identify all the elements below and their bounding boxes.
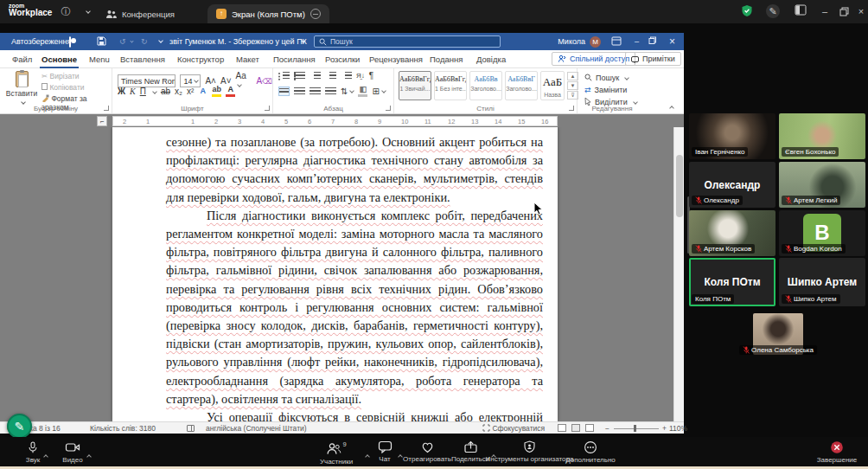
save-button[interactable] xyxy=(97,33,106,50)
chevron-down-icon[interactable] xyxy=(80,4,93,18)
autosave-toggle[interactable] xyxy=(69,36,71,48)
close-window-icon[interactable]: × xyxy=(854,4,868,18)
proofing-icon[interactable] xyxy=(187,422,195,434)
participant-tile-yevhen[interactable]: Євген Бохонько xyxy=(779,113,865,159)
paragraph-marks-icon[interactable]: ¶ xyxy=(369,71,373,80)
zoom-in-button[interactable]: + xyxy=(662,422,667,434)
grow-font-button[interactable]: A˄ xyxy=(205,76,216,86)
info-icon[interactable]: ⓘ xyxy=(59,4,73,18)
tab-home[interactable]: Основне xyxy=(41,50,77,68)
maximize-window-icon[interactable] xyxy=(837,6,851,20)
web-layout-icon[interactable] xyxy=(585,424,594,432)
annotation-pencil-button[interactable]: ✎ xyxy=(7,414,32,439)
style-heading2[interactable]: АаБбВвГ Заголово... xyxy=(505,71,538,100)
participant-tile-ivan[interactable]: Іван Герніченко xyxy=(689,113,775,159)
tab-help[interactable]: Довідка xyxy=(476,50,506,68)
security-shield-icon[interactable] xyxy=(740,4,754,18)
tab-shared-screen[interactable]: ↑ Экран (Коля ПОтм) xyxy=(207,4,329,23)
tab-references[interactable]: Посилання xyxy=(273,50,316,68)
audio-options-chevron-icon[interactable] xyxy=(41,446,48,461)
font-color-button[interactable]: А xyxy=(226,86,235,97)
tab-layout[interactable]: Макет xyxy=(236,50,259,68)
participant-tile-bogdan[interactable]: B Bogdan Kordon xyxy=(779,210,865,256)
increase-indent-icon[interactable] xyxy=(341,71,352,80)
replace-button[interactable]: ⇄ Замінити xyxy=(584,84,627,95)
video-options-chevron-icon[interactable] xyxy=(85,446,91,461)
superscript-button[interactable]: x² xyxy=(187,87,194,96)
tab-file[interactable]: Файл xyxy=(12,50,32,68)
align-justify-icon[interactable] xyxy=(325,87,336,96)
align-right-icon[interactable] xyxy=(310,87,321,96)
line-spacing-icon[interactable]: ⇅ xyxy=(341,87,354,96)
strikethrough-button[interactable]: ab xyxy=(161,87,170,96)
tab-menu[interactable]: Menu xyxy=(89,50,110,68)
tab-view[interactable]: Подання xyxy=(430,50,463,68)
multilevel-list-icon[interactable] xyxy=(310,71,321,80)
focus-mode-button[interactable]: Сфокусуватися xyxy=(482,422,545,434)
styles-dialog-launcher-icon[interactable] xyxy=(569,106,574,111)
ribbon-display-options-icon[interactable] xyxy=(611,33,622,50)
participant-tile-artem-korskov[interactable]: Артем Корсков xyxy=(689,210,775,256)
chat-button[interactable]: Чат xyxy=(370,440,399,463)
minimize-window-icon[interactable]: – xyxy=(818,4,832,18)
word-search-box[interactable] xyxy=(314,35,501,48)
bullet-list-icon[interactable] xyxy=(278,71,290,80)
more-button[interactable]: Дополнительно xyxy=(562,440,619,464)
highlight-button[interactable]: ab xyxy=(212,86,221,97)
underline-button[interactable]: П xyxy=(140,87,146,96)
language-indicator[interactable]: англійська (Сполучені Штати) xyxy=(206,422,307,434)
style-heading1[interactable]: АаБбВв Заголово... xyxy=(469,71,502,100)
redo-button[interactable]: ↻ xyxy=(141,33,148,50)
word-close-icon[interactable]: × xyxy=(669,33,675,50)
annotate-pencil-icon[interactable]: ✎ xyxy=(766,4,780,18)
shading-icon[interactable]: ◧ xyxy=(358,86,367,97)
title-chevron-icon[interactable] xyxy=(299,33,305,50)
word-restore-icon[interactable] xyxy=(648,33,657,50)
paragraph[interactable]: Усі операції фіксуються в сервісній книж… xyxy=(166,408,543,421)
participants-chevron-icon[interactable] xyxy=(363,446,369,461)
search-input[interactable] xyxy=(330,37,486,46)
participant-tile-oleksandr[interactable]: Олександр Олександр xyxy=(689,162,775,208)
subscript-button[interactable]: x₂ xyxy=(175,87,182,96)
participant-tile-shypko[interactable]: Шипко Артем Шипко Артем xyxy=(779,258,865,306)
participants-button[interactable]: 9 Участники xyxy=(311,440,361,466)
collapse-ribbon-icon[interactable] xyxy=(667,101,673,111)
paragraph-dialog-launcher-icon[interactable] xyxy=(386,106,391,111)
tab-review[interactable]: Рецензування xyxy=(369,50,423,68)
share-button[interactable]: Спільний доступ xyxy=(552,52,635,66)
word-minimize-icon[interactable]: – xyxy=(635,33,639,50)
tab-mailings[interactable]: Розсилки xyxy=(325,50,360,68)
cut-button[interactable]: ✂ Вирізати xyxy=(41,72,80,80)
comments-button[interactable]: Примітки xyxy=(625,52,681,66)
style-no-spacing[interactable]: АаБбВвГгД 1 Без інте... xyxy=(434,71,467,100)
style-normal[interactable]: АаБбВвГгД 1 Звичай... xyxy=(399,71,431,100)
view-mode-icons[interactable] xyxy=(558,422,599,434)
document-page[interactable]: сезонне) та позапланове (за потребою). О… xyxy=(112,127,558,421)
word-count[interactable]: Кількість слів: 3180 xyxy=(90,422,156,434)
paragraph[interactable]: сезонне) та позапланове (за потребою). О… xyxy=(166,133,543,207)
participant-tile-kolya[interactable]: Коля ПОтм Коля ПОтм xyxy=(689,258,775,306)
text-effects-button[interactable]: A xyxy=(198,87,207,95)
italic-button[interactable]: К xyxy=(130,87,136,96)
scrollbar-thumb[interactable] xyxy=(676,155,683,217)
bold-button[interactable]: Ж xyxy=(118,87,125,96)
shrink-font-button[interactable]: A˅ xyxy=(220,76,232,86)
print-layout-icon[interactable] xyxy=(571,424,580,432)
tab-design[interactable]: Конструктор xyxy=(177,50,224,68)
sort-icon[interactable]: Я̰↓ xyxy=(356,72,365,80)
undo-button[interactable]: ↺ xyxy=(119,33,133,50)
align-left-icon[interactable] xyxy=(278,87,290,96)
react-button[interactable]: Отреагировать xyxy=(399,440,455,463)
clipboard-dialog-launcher-icon[interactable] xyxy=(104,106,109,111)
tab-remote-control-icon[interactable] xyxy=(310,9,321,19)
tab-conference[interactable]: Конференция xyxy=(97,4,183,23)
end-meeting-button[interactable]: Завершение xyxy=(811,440,863,464)
quick-access-chevron-icon[interactable] xyxy=(156,33,163,50)
document-title[interactable]: звіт Гуменюк М. - Збережено у цей ПК xyxy=(167,33,310,50)
clear-formatting-button[interactable]: A⌫ xyxy=(257,76,272,86)
zoom-slider-knob[interactable] xyxy=(634,425,636,432)
participant-tile-artem-lehkyi[interactable]: Артем Легкий xyxy=(779,162,865,208)
align-center-icon[interactable] xyxy=(294,87,305,96)
tab-insert[interactable]: Вставлення xyxy=(120,50,165,68)
decrease-indent-icon[interactable] xyxy=(325,71,336,80)
